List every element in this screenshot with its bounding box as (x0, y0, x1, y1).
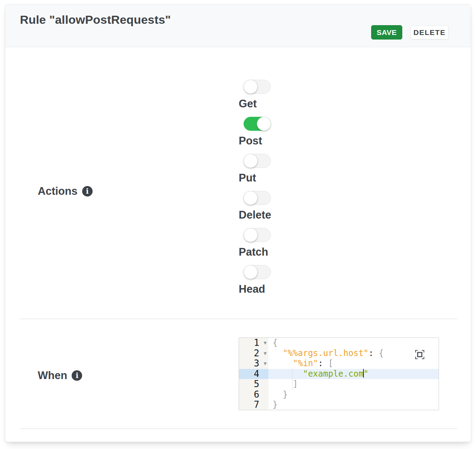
toggle-row-delete: Delete (239, 191, 271, 221)
toggle-knob (244, 191, 258, 205)
code-line[interactable]: "%in": [ (268, 358, 439, 369)
toggle-label-get: Get (239, 98, 271, 110)
section-divider (20, 428, 457, 429)
toggle-row-head: Head (239, 265, 271, 295)
code-line[interactable]: { (268, 338, 439, 348)
code-line[interactable]: ] (268, 379, 439, 390)
toggle-put[interactable] (244, 154, 271, 168)
card-header: Rule "allowPostRequests" SAVE DELETE (5, 5, 471, 47)
chevron-down-icon[interactable]: ▾ (264, 358, 267, 369)
toggle-knob (244, 265, 258, 279)
line-number: 1▾ (239, 338, 268, 348)
code-line[interactable]: "example.com" (268, 369, 439, 379)
toggle-label-patch: Patch (239, 246, 271, 258)
toggle-row-patch: Patch (239, 228, 271, 258)
code-line[interactable]: } (268, 390, 439, 400)
line-number: 2▾ (239, 348, 268, 359)
line-number: 6 (239, 390, 268, 400)
toggle-label-post: Post (239, 135, 271, 147)
save-button[interactable]: SAVE (371, 25, 402, 40)
toggle-row-put: Put (239, 154, 271, 184)
line-number: 4 (239, 369, 268, 379)
toggle-knob (244, 80, 258, 94)
toggle-knob (257, 117, 271, 131)
actions-label: Actions (38, 185, 78, 198)
toggle-row-post: Post (239, 117, 271, 147)
toggle-knob (244, 228, 258, 242)
editor-code[interactable]: { "%%args.url.host": { "%in": [ "example… (268, 338, 439, 410)
info-icon[interactable]: i (72, 370, 82, 381)
toggle-delete[interactable] (244, 191, 271, 205)
toggle-get[interactable] (244, 80, 271, 94)
toggle-head[interactable] (244, 265, 271, 279)
code-line[interactable]: } (268, 400, 439, 410)
editor-gutter: 1▾2▾3▾4567 (239, 338, 268, 410)
toggle-label-delete: Delete (239, 209, 271, 221)
code-editor[interactable]: 1▾2▾3▾4567 { "%%args.url.host": { "%in":… (239, 337, 439, 410)
toggle-row-get: Get (239, 80, 271, 110)
delete-button[interactable]: DELETE (410, 25, 449, 40)
toggle-post[interactable] (244, 117, 271, 131)
rule-card: Rule "allowPostRequests" SAVE DELETE Act… (5, 4, 471, 442)
when-label: When (38, 369, 67, 382)
line-number: 5 (239, 379, 268, 390)
page-title: Rule "allowPostRequests" (20, 12, 171, 27)
toggle-patch[interactable] (244, 228, 271, 242)
toggle-label-put: Put (239, 172, 271, 184)
actions-section-label: Actions i (38, 185, 93, 198)
expand-icon[interactable] (414, 349, 425, 360)
toggle-label-head: Head (239, 283, 271, 295)
toggle-list: GetPostPutDeletePatchHead (239, 80, 271, 302)
line-number: 3▾ (239, 358, 268, 369)
section-divider (20, 319, 457, 319)
code-line[interactable]: "%%args.url.host": { (268, 348, 439, 359)
toggle-knob (244, 154, 258, 168)
when-section-label: When i (38, 369, 82, 382)
chevron-down-icon[interactable]: ▾ (264, 348, 267, 359)
chevron-down-icon[interactable]: ▾ (264, 338, 267, 348)
info-icon[interactable]: i (82, 186, 93, 197)
line-number: 7 (239, 400, 268, 410)
